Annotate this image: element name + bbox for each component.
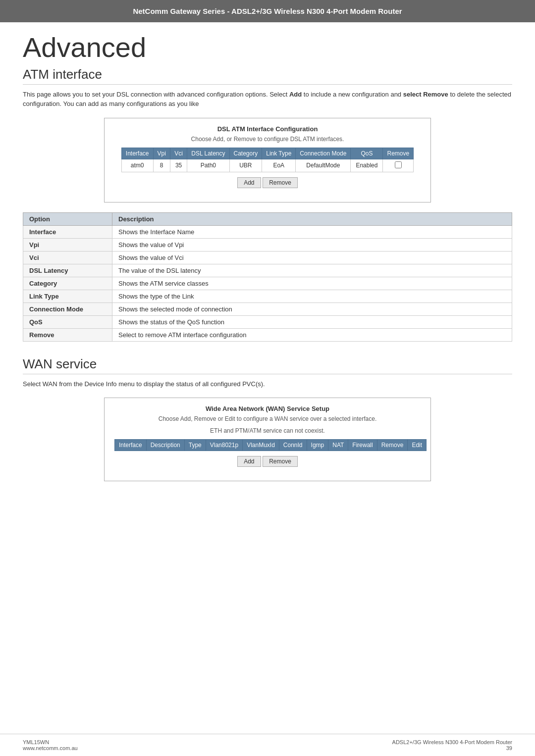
- atm-col-dsl-latency: DSL Latency: [187, 148, 229, 159]
- atm-row-interface: atm0: [121, 159, 153, 172]
- wan-col-edit: Edit: [408, 440, 427, 451]
- atm-button-row: Add Remove: [114, 177, 421, 188]
- opt-dsl-latency-desc: The value of the DSL latency: [112, 264, 512, 277]
- atm-row-link-type: EoA: [262, 159, 296, 172]
- atm-data-table: Interface Vpi Vci DSL Latency Category L…: [121, 148, 414, 172]
- atm-row-remove[interactable]: [383, 159, 414, 172]
- add-bold: Add: [289, 91, 302, 98]
- wan-col-firewall: Firewall: [348, 440, 377, 451]
- footer-website: www.netcomm.com.au: [23, 745, 78, 751]
- list-item: Vpi Shows the value of Vpi: [23, 238, 512, 251]
- opt-link-type-label: Link Type: [23, 290, 112, 302]
- wan-col-type: Type: [184, 440, 206, 451]
- atm-row-dsl-latency: Path0: [187, 159, 229, 172]
- opt-remove-desc: Select to remove ATM interface configura…: [112, 328, 512, 341]
- options-header-row: Option Description: [23, 212, 512, 225]
- atm-col-interface: Interface: [121, 148, 153, 159]
- wan-col-nat: NAT: [328, 440, 348, 451]
- wan-col-remove: Remove: [377, 440, 408, 451]
- atm-row-connection-mode: DefaultMode: [296, 159, 351, 172]
- footer-model: YML15WN: [23, 739, 78, 745]
- wan-add-button[interactable]: Add: [237, 456, 261, 467]
- atm-col-link-type: Link Type: [262, 148, 296, 159]
- remove-bold: select Remove: [403, 91, 448, 98]
- wan-config-subtitle1: Choose Add, Remove or Edit to configure …: [114, 415, 421, 422]
- atm-col-qos: QoS: [351, 148, 383, 159]
- wan-col-description: Description: [146, 440, 184, 451]
- list-item: Vci Shows the value of Vci: [23, 251, 512, 264]
- page-title: Advanced: [23, 32, 512, 63]
- opt-connection-mode-desc: Shows the selected mode of connection: [112, 302, 512, 315]
- wan-remove-button[interactable]: Remove: [263, 456, 298, 467]
- wan-config-title: Wide Area Network (WAN) Service Setup: [114, 405, 421, 412]
- opt-category-desc: Shows the ATM service classes: [112, 277, 512, 290]
- list-item: Link Type Shows the type of the Link: [23, 290, 512, 302]
- atm-description: This page allows you to set your DSL con…: [23, 90, 512, 109]
- atm-col-category: Category: [229, 148, 262, 159]
- opt-vci-label: Vci: [23, 251, 112, 264]
- list-item: Category Shows the ATM service classes: [23, 277, 512, 290]
- wan-table-header-row: Interface Description Type Vlan8021p Vla…: [115, 440, 427, 451]
- table-row: atm0 8 35 Path0 UBR EoA DefaultMode Enab…: [121, 159, 413, 172]
- atm-col-remove: Remove: [383, 148, 414, 159]
- atm-col-vpi: Vpi: [153, 148, 170, 159]
- opt-qos-label: QoS: [23, 315, 112, 328]
- atm-add-button[interactable]: Add: [237, 177, 261, 188]
- opt-dsl-latency-label: DSL Latency: [23, 264, 112, 277]
- header-title: NetComm Gateway Series - ADSL2+/3G Wirel…: [133, 7, 402, 15]
- footer: YML15WN www.netcomm.com.au ADSL2+/3G Wir…: [0, 734, 535, 756]
- wan-description: Select WAN from the Device Info menu to …: [23, 379, 512, 389]
- wan-section: WAN service Select WAN from the Device I…: [23, 356, 512, 482]
- opt-connection-mode-label: Connection Mode: [23, 302, 112, 315]
- atm-desc-text2: to include a new configuration and: [302, 91, 403, 98]
- atm-config-box: DSL ATM Interface Configuration Choose A…: [104, 118, 431, 202]
- atm-remove-checkbox[interactable]: [395, 161, 402, 168]
- wan-col-igmp: Igmp: [307, 440, 328, 451]
- list-item: Connection Mode Shows the selected mode …: [23, 302, 512, 315]
- atm-col-connection-mode: Connection Mode: [296, 148, 351, 159]
- atm-row-qos: Enabled: [351, 159, 383, 172]
- header-bar: NetComm Gateway Series - ADSL2+/3G Wirel…: [0, 0, 535, 22]
- atm-row-category: UBR: [229, 159, 262, 172]
- footer-product-name: ADSL2+/3G Wireless N300 4-Port Modem Rou…: [392, 739, 512, 745]
- list-item: DSL Latency The value of the DSL latency: [23, 264, 512, 277]
- atm-table-header-row: Interface Vpi Vci DSL Latency Category L…: [121, 148, 413, 159]
- wan-config-subtitle2: ETH and PTM/ATM service can not coexist.: [114, 427, 421, 434]
- list-item: Interface Shows the Interface Name: [23, 225, 512, 238]
- wan-col-interface: Interface: [115, 440, 147, 451]
- main-content: Advanced ATM interface This page allows …: [0, 22, 535, 511]
- wan-button-row: Add Remove: [114, 456, 421, 467]
- list-item: Remove Select to remove ATM interface co…: [23, 328, 512, 341]
- footer-right: ADSL2+/3G Wireless N300 4-Port Modem Rou…: [392, 739, 512, 751]
- options-col-option: Option: [23, 212, 112, 225]
- wan-col-connid: ConnId: [279, 440, 307, 451]
- opt-interface-label: Interface: [23, 225, 112, 238]
- wan-col-vlanmuxid: VlanMuxId: [243, 440, 279, 451]
- footer-left: YML15WN www.netcomm.com.au: [23, 739, 78, 751]
- wan-config-box: Wide Area Network (WAN) Service Setup Ch…: [104, 398, 431, 481]
- atm-row-vci: 35: [170, 159, 187, 172]
- opt-vci-desc: Shows the value of Vci: [112, 251, 512, 264]
- footer-page-number: 39: [506, 745, 512, 751]
- atm-row-vpi: 8: [153, 159, 170, 172]
- atm-section-title: ATM interface: [23, 67, 512, 85]
- wan-col-vlan8021p: Vlan8021p: [206, 440, 242, 451]
- atm-col-vci: Vci: [170, 148, 187, 159]
- atm-config-title: DSL ATM Interface Configuration: [114, 125, 421, 133]
- list-item: QoS Shows the status of the QoS function: [23, 315, 512, 328]
- opt-vpi-desc: Shows the value of Vpi: [112, 238, 512, 251]
- opt-remove-label: Remove: [23, 328, 112, 341]
- atm-desc-text1: This page allows you to set your DSL con…: [23, 91, 289, 98]
- wan-data-table: Interface Description Type Vlan8021p Vla…: [114, 439, 427, 451]
- opt-qos-desc: Shows the status of the QoS function: [112, 315, 512, 328]
- opt-category-label: Category: [23, 277, 112, 290]
- opt-link-type-desc: Shows the type of the Link: [112, 290, 512, 302]
- opt-interface-desc: Shows the Interface Name: [112, 225, 512, 238]
- atm-config-subtitle: Choose Add, or Remove to configure DSL A…: [114, 136, 421, 143]
- atm-options-table: Option Description Interface Shows the I…: [23, 212, 512, 342]
- options-col-description: Description: [112, 212, 512, 225]
- opt-vpi-label: Vpi: [23, 238, 112, 251]
- wan-section-title: WAN service: [23, 356, 512, 374]
- atm-remove-button[interactable]: Remove: [263, 177, 298, 188]
